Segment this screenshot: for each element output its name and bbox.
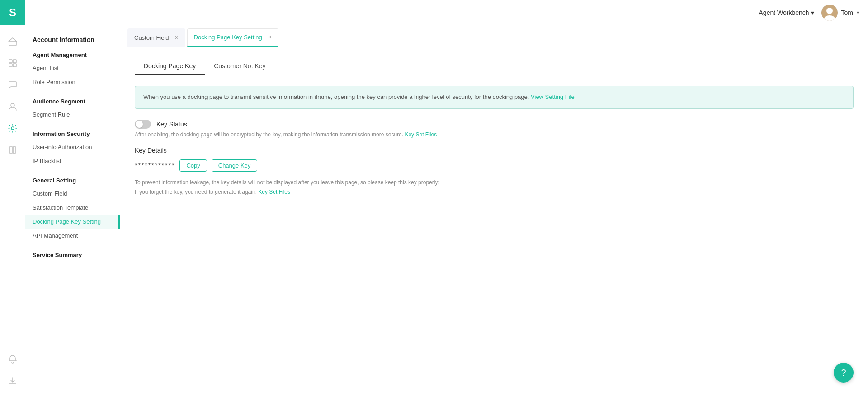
user-menu[interactable]: Tom ▾ <box>821 5 859 21</box>
key-warning-line1: To prevent information leakage, the key … <box>135 178 854 188</box>
topbar-left: S <box>0 0 25 25</box>
info-box: When you use a docking page to transmit … <box>135 86 854 109</box>
sidebar-item-user-info-authorization[interactable]: User-info Authorization <box>25 140 120 154</box>
key-warning: To prevent information leakage, the key … <box>135 178 854 197</box>
sidebar-item-api-management[interactable]: API Management <box>25 229 120 243</box>
svg-rect-6 <box>9 64 12 67</box>
key-warning-line2: If you forget the key, you need to gener… <box>135 187 854 197</box>
sidebar-item-segment-rule[interactable]: Segment Rule <box>25 107 120 121</box>
key-status-row: Key Status <box>135 120 854 129</box>
main-layout: Account Information Agent Management Age… <box>0 25 868 397</box>
sidebar: Account Information Agent Management Age… <box>25 25 120 397</box>
key-value-row: ************ Copy Change Key <box>135 159 854 172</box>
toggle-knob <box>136 121 143 128</box>
user-dropdown-arrow-icon: ▾ <box>857 10 859 15</box>
help-button[interactable]: ? <box>834 363 854 383</box>
service-summary-title: Service Summary <box>25 248 120 261</box>
nav-home-icon[interactable] <box>4 33 22 51</box>
svg-rect-7 <box>13 64 16 67</box>
nav-grid-icon[interactable] <box>4 54 22 72</box>
sidebar-item-satisfaction-template[interactable]: Satisfaction Template <box>25 201 120 215</box>
account-info-title: Account Information <box>25 33 120 46</box>
svg-rect-3 <box>9 41 16 46</box>
audience-segment-title: Audience Segment <box>25 94 120 107</box>
key-set-files-link-1[interactable]: Key Set Files <box>405 131 437 138</box>
view-setting-file-link[interactable]: View Setting File <box>531 93 575 100</box>
agent-workbench-dropdown[interactable]: Agent Workbench ▾ <box>759 9 814 16</box>
key-details-title: Key Details <box>135 147 854 154</box>
tab-custom-field-close-icon[interactable]: ✕ <box>175 35 179 41</box>
sidebar-item-agent-list[interactable]: Agent List <box>25 61 120 75</box>
nav-settings-icon[interactable] <box>4 119 22 137</box>
key-value-display: ************ <box>135 162 175 169</box>
info-text: When you use a docking page to transmit … <box>143 93 529 100</box>
logo: S <box>0 0 25 25</box>
key-set-files-link-2[interactable]: Key Set Files <box>258 189 290 195</box>
copy-button[interactable]: Copy <box>179 159 207 172</box>
key-status-label: Key Status <box>156 121 187 128</box>
svg-rect-5 <box>13 60 16 63</box>
topbar-right: Agent Workbench ▾ Tom ▾ <box>759 5 859 21</box>
sidebar-item-ip-blacklist[interactable]: IP Blacklist <box>25 154 120 168</box>
general-setting-title: General Setting <box>25 173 120 187</box>
username: Tom <box>841 9 853 16</box>
tab-custom-field[interactable]: Custom Field ✕ <box>127 28 185 47</box>
tab-custom-field-label: Custom Field <box>134 34 169 41</box>
nav-chat-icon[interactable] <box>4 76 22 94</box>
sidebar-item-docking-page-key-setting[interactable]: Docking Page Key Setting <box>25 215 120 229</box>
topbar: S Agent Workbench ▾ Tom ▾ <box>0 0 868 25</box>
nav-bell-icon[interactable] <box>4 350 22 368</box>
agent-management-title: Agent Management <box>25 48 120 61</box>
avatar <box>821 5 838 21</box>
information-security-title: Information Security <box>25 127 120 140</box>
content-area: Custom Field ✕ Docking Page Key Setting … <box>120 25 868 397</box>
page-content: Docking Page Key Customer No. Key When y… <box>120 47 868 397</box>
nav-download-icon[interactable] <box>4 372 22 390</box>
sidebar-item-role-permission[interactable]: Role Permission <box>25 75 120 89</box>
content-tabs: Docking Page Key Customer No. Key <box>135 58 854 75</box>
left-nav <box>0 25 25 397</box>
key-status-desc: After enabling, the docking page will be… <box>135 131 854 138</box>
svg-point-9 <box>11 127 14 130</box>
svg-point-1 <box>826 8 833 14</box>
tabs-row: Custom Field ✕ Docking Page Key Setting … <box>120 25 868 47</box>
content-tab-customer-no-key[interactable]: Customer No. Key <box>205 58 274 75</box>
change-key-button[interactable]: Change Key <box>212 159 258 172</box>
agent-workbench-arrow-icon: ▾ <box>811 9 814 16</box>
tab-docking-page-key-setting-close-icon[interactable]: ✕ <box>268 34 272 40</box>
svg-point-8 <box>11 103 14 107</box>
content-tab-docking-page-key[interactable]: Docking Page Key <box>135 58 205 75</box>
agent-workbench-label: Agent Workbench <box>759 9 809 16</box>
nav-book-icon[interactable] <box>4 141 22 159</box>
nav-person-icon[interactable] <box>4 98 22 116</box>
sidebar-item-custom-field[interactable]: Custom Field <box>25 187 120 201</box>
svg-rect-4 <box>9 60 12 63</box>
tab-docking-page-key-setting-label: Docking Page Key Setting <box>194 34 262 41</box>
key-status-toggle[interactable] <box>135 120 151 129</box>
tab-docking-page-key-setting[interactable]: Docking Page Key Setting ✕ <box>187 28 278 47</box>
